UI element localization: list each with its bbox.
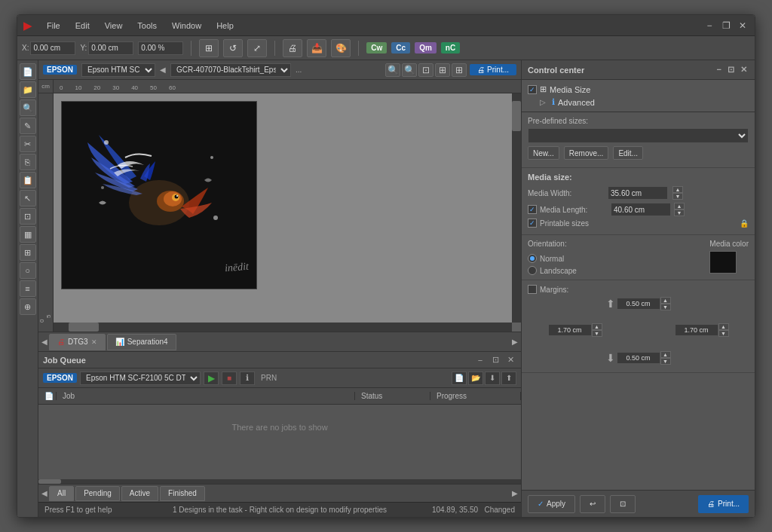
tree-advanced[interactable]: ▷ ℹ Advanced: [525, 96, 752, 109]
extra-tool[interactable]: ⊕: [20, 298, 36, 315]
media-width-up[interactable]: ▲: [672, 186, 683, 193]
crop-tool[interactable]: ⊡: [20, 208, 36, 225]
grid-tool[interactable]: ⊞: [20, 244, 36, 261]
panel-print-button[interactable]: 🖨 Print...: [698, 495, 749, 513]
select-tool[interactable]: ↖: [20, 190, 36, 206]
job-tab-next[interactable]: ▶: [512, 489, 518, 497]
jq-export-button[interactable]: ⬆: [501, 371, 516, 385]
maximize-button[interactable]: ❐: [720, 20, 732, 32]
print-button[interactable]: 🖨 Print...: [470, 64, 516, 75]
horizontal-scrollbar[interactable]: [54, 323, 512, 332]
jq-open-file-button[interactable]: 📂: [468, 371, 483, 385]
minimize-button[interactable]: −: [703, 20, 715, 32]
tree-media-size[interactable]: ✓ ⊞ Media Size: [525, 83, 752, 96]
paste-tool[interactable]: 📋: [20, 172, 36, 188]
media-length-input[interactable]: [611, 203, 671, 216]
panel-pin-button[interactable]: −: [715, 65, 723, 75]
menu-edit[interactable]: Edit: [69, 20, 96, 32]
scan-tool[interactable]: 🔍: [20, 99, 36, 116]
scale-tool-button[interactable]: ⤢: [247, 39, 267, 57]
y-input[interactable]: [88, 41, 133, 55]
orientation-normal-radio[interactable]: [528, 254, 537, 263]
margin-top-input[interactable]: [617, 298, 660, 310]
job-tab-active[interactable]: Active: [121, 486, 158, 501]
jq-play-button[interactable]: ▶: [204, 371, 219, 385]
edit-tool[interactable]: ✎: [20, 118, 36, 134]
new-size-button[interactable]: New...: [528, 146, 559, 160]
margin-top-down[interactable]: ▼: [660, 304, 671, 310]
x-input[interactable]: [30, 41, 75, 55]
cw-button[interactable]: Cw: [366, 42, 387, 54]
orientation-landscape-radio[interactable]: [528, 266, 537, 275]
tab-separation4[interactable]: 📊 Separation4: [107, 334, 176, 350]
align-tool[interactable]: ≡: [20, 280, 36, 297]
media-width-input[interactable]: [608, 186, 668, 200]
import-button[interactable]: 📥: [307, 39, 326, 57]
jq-new-file-button[interactable]: 📄: [452, 371, 467, 385]
color-button[interactable]: 🎨: [331, 39, 351, 57]
menu-file[interactable]: File: [41, 20, 66, 32]
margin-bottom-up[interactable]: ▲: [660, 351, 671, 358]
panel-float-button[interactable]: ⊡: [726, 65, 736, 75]
job-tab-all[interactable]: All: [49, 486, 74, 501]
margin-left-down[interactable]: ▼: [592, 330, 602, 337]
more-button[interactable]: ...: [296, 66, 302, 74]
reset-button[interactable]: ⊡: [610, 495, 636, 513]
tab-next-button[interactable]: ▶: [512, 338, 518, 346]
media-length-checkbox[interactable]: ✓: [528, 205, 537, 214]
zoom-fit-button[interactable]: ⊡: [418, 63, 433, 77]
menu-window[interactable]: Window: [166, 20, 207, 32]
vertical-scrollbar[interactable]: [512, 93, 521, 323]
media-color-box[interactable]: [709, 251, 737, 274]
margin-top-up[interactable]: ▲: [660, 297, 671, 304]
margin-left-up[interactable]: ▲: [592, 323, 602, 330]
margin-bottom-down[interactable]: ▼: [660, 358, 671, 365]
move-tool-button[interactable]: ⊞: [199, 39, 219, 57]
design-canvas[interactable]: inēdit: [61, 101, 257, 289]
job-tab-prev[interactable]: ◀: [41, 489, 47, 497]
cut-tool[interactable]: ✂: [20, 136, 36, 152]
cc-button[interactable]: Cc: [391, 42, 410, 54]
margin-left-input[interactable]: [548, 324, 592, 336]
menu-help[interactable]: Help: [210, 20, 240, 32]
canvas-content[interactable]: inēdit: [54, 93, 512, 323]
tab-dtg3-close[interactable]: ✕: [91, 338, 97, 346]
close-button[interactable]: ✕: [737, 20, 749, 32]
jq-printer-select[interactable]: Epson HTM SC-F2100 5C DTG: [80, 371, 201, 385]
media-size-checkbox[interactable]: ✓: [528, 85, 537, 94]
job-scrollbar[interactable]: [38, 479, 521, 484]
printable-sizes-checkbox[interactable]: ✓: [528, 219, 537, 228]
predefined-sizes-select[interactable]: [528, 128, 749, 143]
job-tab-finished[interactable]: Finished: [160, 486, 205, 501]
margin-right-down[interactable]: ▼: [718, 330, 729, 337]
printer-select[interactable]: Epson HTM SC: [81, 63, 155, 77]
zoom-out-button[interactable]: 🔍: [385, 63, 400, 77]
nc-button[interactable]: nC: [441, 42, 460, 54]
apply-button[interactable]: ✓ Apply: [528, 495, 575, 513]
circle-tool[interactable]: ○: [20, 262, 36, 279]
media-length-down[interactable]: ▼: [674, 209, 685, 216]
tab-dtg3[interactable]: 🖨 DTG3 ✕: [49, 334, 106, 350]
jq-close-button[interactable]: ✕: [504, 354, 516, 366]
jq-float-button[interactable]: ⊡: [489, 354, 501, 366]
margins-checkbox[interactable]: [528, 285, 537, 294]
pct-input[interactable]: [138, 41, 183, 55]
jq-import-button[interactable]: ⬇: [485, 371, 500, 385]
undo-button[interactable]: ↩: [580, 495, 605, 513]
media-width-down[interactable]: ▼: [672, 193, 683, 200]
qm-button[interactable]: Qm: [415, 42, 437, 54]
margin-right-up[interactable]: ▲: [718, 323, 729, 330]
edit-size-button[interactable]: Edit...: [613, 146, 643, 160]
margin-bottom-input[interactable]: [617, 352, 660, 364]
frame-tool[interactable]: ▦: [20, 226, 36, 243]
zoom-actual-button[interactable]: ⊞: [435, 63, 450, 77]
menu-tools[interactable]: Tools: [131, 20, 163, 32]
new-tool[interactable]: 📄: [20, 63, 36, 80]
rotate-tool-button[interactable]: ↺: [223, 39, 243, 57]
remove-size-button[interactable]: Remove...: [564, 146, 609, 160]
gcr-select[interactable]: GCR-407070-BlackTshirt_Epsor: [170, 63, 291, 77]
zoom-in-button[interactable]: 🔍: [402, 63, 417, 77]
zoom-extra-button[interactable]: ⊞: [452, 63, 467, 77]
media-length-up[interactable]: ▲: [674, 203, 685, 209]
margin-right-input[interactable]: [675, 324, 718, 336]
